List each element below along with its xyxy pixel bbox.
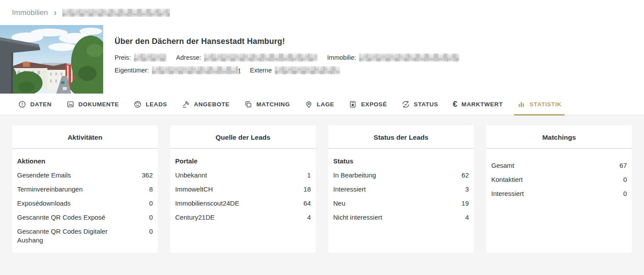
copy-icon — [244, 100, 252, 109]
tab-matching[interactable]: MATCHING — [243, 94, 291, 115]
stat-row: Interessiert 0 — [491, 187, 627, 201]
tab-bar: DATEN DOKUMENTE LEADS ANGEBOTE — [0, 94, 644, 116]
stat-row: Gescannte QR Codes Digitaler Aushang 0 — [17, 224, 153, 247]
tab-status[interactable]: STATUS — [400, 94, 440, 115]
image-icon — [66, 100, 75, 109]
eigentuemer-link-suffix[interactable]: t — [238, 67, 240, 74]
preis-label: Preis: — [115, 54, 131, 61]
tab-dokumente[interactable]: DOKUMENTE — [65, 94, 120, 115]
stat-row: Gesendete Emails 362 — [17, 168, 153, 182]
card-title: Aktivitäten — [12, 125, 158, 148]
property-photo — [0, 25, 103, 94]
eigentuemer-redacted-link[interactable] — [152, 66, 238, 74]
adresse-label: Adresse: — [176, 54, 201, 61]
map-pin-icon — [305, 100, 313, 109]
face-icon — [133, 100, 142, 109]
externe-label: Externe — [250, 67, 272, 74]
stat-row: ImmoweltCH 18 — [175, 182, 311, 196]
externe-redacted-value — [275, 66, 340, 74]
tab-marktwert[interactable]: € MARKTWERT — [451, 94, 504, 115]
stat-row: Neu 19 — [333, 196, 469, 210]
property-info: Über den Dächern der Hansestadt Hamburg!… — [103, 25, 644, 94]
card-title: Quelle der Leads — [170, 125, 316, 148]
breadcrumb-immobilien-link[interactable]: Immobilien — [12, 8, 48, 17]
section-title: Aktionen — [17, 154, 153, 168]
stat-row: Kontaktiert 0 — [491, 173, 627, 187]
tab-statistik[interactable]: STATISTIK — [516, 94, 563, 115]
stat-row: Immobilienscout24DE 64 — [175, 196, 311, 210]
card-title: Matchings — [486, 125, 632, 148]
sync-check-icon — [402, 100, 410, 109]
breadcrumb: Immobilien › — [0, 0, 644, 25]
exclamation-circle-icon — [18, 100, 26, 109]
stat-row: Nicht interessiert 4 — [333, 210, 469, 224]
statistics-panel: Aktivitäten Aktionen Gesendete Emails 36… — [0, 116, 644, 253]
card-quelle-der-leads: Quelle der Leads Portale Unbekannt 1 Imm… — [170, 125, 316, 253]
tab-angebote[interactable]: ANGEBOTE — [180, 94, 231, 115]
section-title: Status — [333, 154, 469, 168]
card-status-der-leads: Status der Leads Status In Bearbeitung 6… — [328, 125, 474, 253]
stat-row: Interessiert 3 — [333, 182, 469, 196]
stat-row: Century21DE 4 — [175, 210, 311, 224]
preis-redacted-value — [134, 54, 166, 62]
adresse-redacted-value — [204, 54, 317, 62]
tab-daten[interactable]: DATEN — [17, 94, 53, 115]
property-meta-row-2: Eigentümer: t Externe — [115, 66, 644, 74]
card-title: Status der Leads — [328, 125, 474, 148]
tab-lage[interactable]: LAGE — [303, 94, 336, 115]
stat-row: Gesamt 67 — [491, 159, 627, 173]
stat-row: In Bearbeitung 62 — [333, 168, 469, 182]
property-header: Über den Dächern der Hansestadt Hamburg!… — [0, 25, 644, 94]
section-title: Portale — [175, 154, 311, 168]
gavel-icon — [182, 100, 190, 109]
eigentuemer-label: Eigentümer: — [115, 67, 149, 74]
immobilie-redacted-value — [359, 54, 459, 62]
chevron-right-icon: › — [54, 7, 57, 17]
stat-row: Terminvereinbarungen 8 — [17, 182, 153, 196]
breadcrumb-redacted-property-name — [62, 9, 170, 17]
stat-row: Gescannte QR Codes Exposé 0 — [17, 210, 153, 224]
immobilie-label: Immobilie: — [327, 54, 356, 61]
card-matchings: Matchings Gesamt 67 Kontaktiert 0 Intere… — [486, 125, 632, 253]
stat-row: Unbekannt 1 — [175, 168, 311, 182]
property-title: Über den Dächern der Hansestadt Hamburg! — [115, 37, 644, 46]
stat-row: Exposédownloads 0 — [17, 196, 153, 210]
euro-icon: € — [453, 100, 457, 108]
card-aktivitaeten: Aktivitäten Aktionen Gesendete Emails 36… — [12, 125, 158, 253]
journal-icon — [349, 100, 357, 109]
tab-expose[interactable]: EXPOSÉ — [347, 94, 388, 115]
bar-chart-icon — [517, 100, 525, 109]
property-meta-row-1: Preis: Adresse: Immobilie: — [115, 54, 644, 62]
tab-leads[interactable]: LEADS — [132, 94, 169, 115]
